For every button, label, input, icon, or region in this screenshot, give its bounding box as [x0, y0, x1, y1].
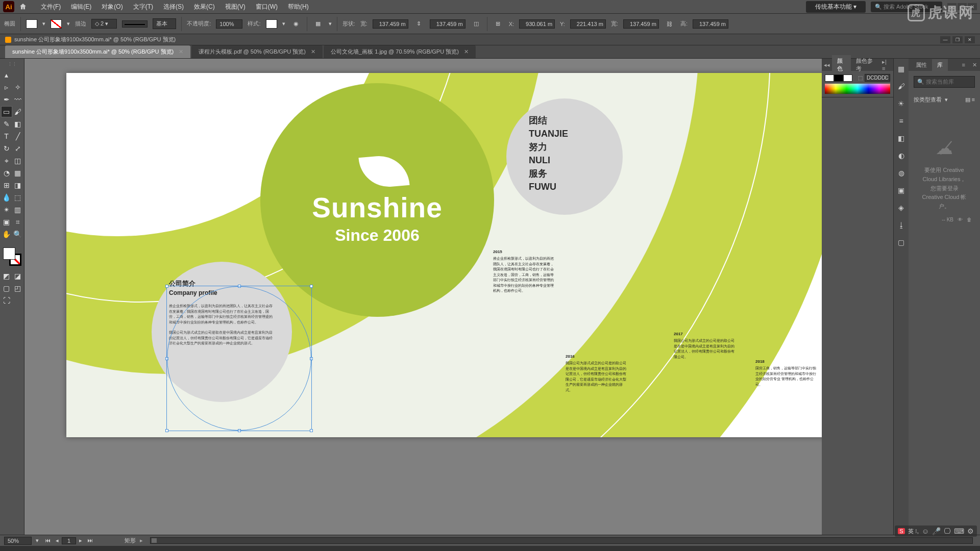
- menu-window[interactable]: 窗口(W): [251, 3, 283, 11]
- pos-y[interactable]: 221.413 m: [570, 19, 606, 29]
- doc-minimize-icon[interactable]: —: [940, 36, 950, 43]
- corner-icon[interactable]: ◫: [471, 18, 482, 30]
- zoom-level[interactable]: 50%: [4, 537, 32, 545]
- graphic-styles-icon[interactable]: ▣: [896, 185, 906, 195]
- tab-doc-1[interactable]: sunshine 公司形象墙9100x3500mm.ai* @ 50% (RGB…: [5, 45, 190, 58]
- shape-h[interactable]: 137.459 m: [430, 19, 465, 29]
- align-icon[interactable]: ▦: [312, 18, 324, 30]
- tab-close-icon[interactable]: ✕: [311, 48, 315, 55]
- eyedropper-tool[interactable]: 💧: [1, 192, 12, 203]
- graph-tool[interactable]: ▥: [12, 204, 23, 215]
- tab-libraries[interactable]: 库: [932, 59, 948, 71]
- doc-close-icon[interactable]: ✕: [965, 36, 975, 43]
- panel-menu-icon[interactable]: ≡: [958, 62, 969, 68]
- artboard-number[interactable]: 1: [62, 537, 76, 544]
- slice-tool[interactable]: ⌗: [12, 216, 23, 228]
- tab-properties[interactable]: 属性: [911, 59, 932, 71]
- free-transform-tool[interactable]: ◫: [12, 155, 23, 166]
- horizontal-scrollbar[interactable]: [150, 537, 973, 544]
- doc-restore-icon[interactable]: ❐: [952, 36, 963, 43]
- panel-collapse-icon[interactable]: ◂◂: [824, 62, 830, 68]
- style-swatch[interactable]: [266, 19, 277, 29]
- menu-effect[interactable]: 效果(C): [189, 3, 220, 11]
- recolor-icon[interactable]: ◉: [290, 18, 302, 30]
- draw-behind-icon[interactable]: ◰: [12, 283, 23, 294]
- rotate-tool[interactable]: ↻: [1, 143, 12, 154]
- asset-export-icon[interactable]: ⭳: [896, 220, 906, 230]
- transform-icon[interactable]: ⊞: [493, 18, 504, 30]
- curvature-tool[interactable]: 〰: [12, 94, 23, 105]
- library-delete-icon[interactable]: 🗑: [967, 217, 972, 222]
- pos-x[interactable]: 930.061 m: [519, 19, 555, 29]
- panel-menu-icon[interactable]: ▸| ≡: [878, 59, 893, 71]
- shape-builder-tool[interactable]: ◔: [1, 167, 12, 179]
- color-white[interactable]: [825, 74, 834, 82]
- menu-edit[interactable]: 编辑(E): [66, 3, 96, 11]
- tab-doc-3[interactable]: 公司文化墙_画板 1.jpg @ 70.59% (RGB/GPU 预览)✕: [324, 45, 476, 58]
- fill-swatch[interactable]: [26, 19, 37, 29]
- magic-wand-tool[interactable]: ✧: [12, 82, 23, 93]
- fill-color[interactable]: [3, 247, 15, 260]
- perspective-tool[interactable]: ▦: [12, 167, 23, 179]
- screen-mode-icon[interactable]: ⛶: [1, 295, 12, 306]
- pen-tool[interactable]: ✒: [1, 94, 12, 105]
- home-icon[interactable]: [17, 1, 29, 12]
- stroke-panel-icon[interactable]: ≡: [896, 116, 906, 126]
- menu-object[interactable]: 对象(O): [96, 3, 128, 11]
- tab-color-guide[interactable]: 颜色参考: [851, 55, 878, 74]
- ime-lang[interactable]: 英 ⁝,: [908, 528, 919, 535]
- color-spectrum[interactable]: [825, 84, 890, 94]
- gradient-panel-icon[interactable]: ◧: [896, 133, 906, 143]
- tray-settings-icon[interactable]: ⚙: [967, 527, 974, 535]
- color-mode-icon[interactable]: ◩: [1, 270, 12, 282]
- color-black[interactable]: [834, 74, 843, 82]
- pencil-tool[interactable]: ✎: [1, 118, 12, 130]
- menu-view[interactable]: 视图(V): [220, 3, 251, 11]
- tab-close-icon[interactable]: ✕: [464, 48, 469, 55]
- zoom-tool[interactable]: 🔍: [12, 229, 23, 240]
- eraser-tool[interactable]: ◧: [12, 118, 23, 130]
- brushes-icon[interactable]: 🖌: [896, 81, 906, 91]
- fill-stroke-control[interactable]: [3, 247, 21, 266]
- nav-first-icon[interactable]: ⏮: [43, 537, 53, 544]
- panel-close-icon[interactable]: ✕: [969, 62, 980, 68]
- artboard-tool[interactable]: ▣: [1, 216, 12, 228]
- link-wh-icon[interactable]: ⇕: [413, 18, 425, 30]
- library-search[interactable]: 🔍 搜索当前库: [914, 76, 975, 88]
- tab-doc-2[interactable]: 课程片头模板.pdf @ 50% (RGB/GPU 预览)✕: [191, 45, 323, 58]
- type-tool[interactable]: T: [1, 131, 12, 142]
- draw-normal-icon[interactable]: ▢: [1, 283, 12, 294]
- stroke-weight[interactable]: ◇ 2 ▾: [91, 19, 117, 29]
- scale-tool[interactable]: ⤢: [12, 143, 23, 154]
- nav-prev-icon[interactable]: ◂: [54, 537, 61, 544]
- stroke-profile[interactable]: [122, 20, 148, 28]
- tray-emoji-icon[interactable]: ☺: [922, 527, 929, 535]
- mesh-tool[interactable]: ⊞: [1, 180, 12, 191]
- appearance-icon[interactable]: ◍: [896, 168, 906, 178]
- nav-last-icon[interactable]: ⏭: [85, 537, 95, 544]
- menu-select[interactable]: 选择(S): [158, 3, 189, 11]
- link-icon[interactable]: ⛓: [664, 18, 675, 30]
- color-none[interactable]: [843, 74, 852, 82]
- nav-next-icon[interactable]: ▸: [77, 537, 84, 544]
- paintbrush-tool[interactable]: 🖌: [12, 106, 23, 117]
- hex-input[interactable]: [865, 74, 890, 82]
- transform-w[interactable]: 137.459 m: [623, 19, 659, 29]
- tray-mic-icon[interactable]: 🎤: [932, 527, 941, 535]
- gradient-mode-icon[interactable]: ◪: [12, 270, 23, 282]
- width-tool[interactable]: ⌖: [1, 155, 12, 166]
- tray-keyboard-icon[interactable]: ⌨: [954, 527, 964, 535]
- layers-icon[interactable]: ◈: [896, 203, 906, 213]
- library-sync-icon[interactable]: 👁: [958, 217, 963, 222]
- selection-tool[interactable]: ▴: [1, 69, 12, 81]
- tray-screen-icon[interactable]: 🖵: [944, 527, 951, 535]
- workspace-switcher[interactable]: 传统基本功能 ▾: [806, 1, 866, 13]
- blend-tool[interactable]: ⬚: [12, 192, 23, 203]
- tab-color[interactable]: 颜色: [832, 55, 851, 74]
- tab-close-icon[interactable]: ✕: [179, 48, 183, 55]
- transparency-icon[interactable]: ◐: [896, 151, 906, 161]
- shape-w[interactable]: 137.459 m: [373, 19, 408, 29]
- transform-h[interactable]: 137.459 m: [693, 19, 728, 29]
- symbol-sprayer-tool[interactable]: ✴: [1, 204, 12, 215]
- menu-help[interactable]: 帮助(H): [283, 3, 314, 11]
